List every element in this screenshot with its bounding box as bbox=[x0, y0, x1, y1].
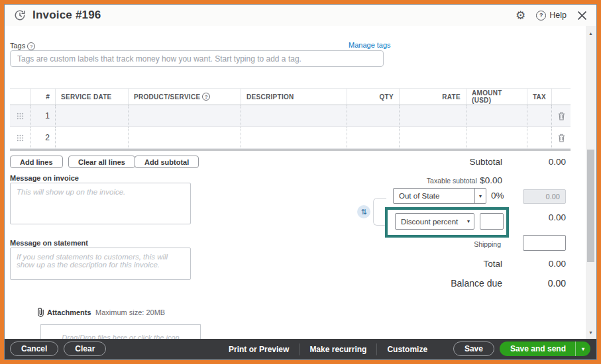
balance-due-value: 0.00 bbox=[513, 278, 566, 289]
service-date-cell[interactable] bbox=[56, 127, 129, 148]
save-and-send-button[interactable]: Save and send ▾ bbox=[500, 341, 590, 356]
add-lines-button[interactable]: Add lines bbox=[10, 156, 63, 168]
scroll-up-icon[interactable]: ▲ bbox=[586, 31, 596, 36]
message-invoice-textarea[interactable] bbox=[10, 183, 191, 224]
col-amount: AMOUNT (USD) bbox=[466, 89, 527, 105]
drag-handle-icon[interactable] bbox=[10, 105, 31, 126]
add-subtotal-button[interactable]: Add subtotal bbox=[135, 156, 199, 168]
gear-icon[interactable]: ⚙ bbox=[516, 9, 525, 23]
screenshot-frame: Invoice #196 ⚙ ? Help Tags? Manage tags … bbox=[0, 0, 601, 364]
trash-icon[interactable] bbox=[552, 127, 571, 148]
amount-cell[interactable] bbox=[466, 127, 527, 148]
help-icon: ? bbox=[536, 11, 546, 21]
trash-icon[interactable] bbox=[552, 105, 571, 126]
subtotal-value: 0.00 bbox=[513, 157, 566, 167]
tax-cell[interactable] bbox=[527, 105, 552, 126]
col-qty: QTY bbox=[347, 89, 400, 105]
product-service-cell[interactable] bbox=[129, 127, 241, 148]
chevron-down-icon: ▾ bbox=[463, 218, 474, 224]
save-button[interactable]: Save bbox=[453, 341, 494, 356]
history-icon[interactable] bbox=[14, 9, 26, 21]
customize-link[interactable]: Customize bbox=[387, 345, 427, 354]
scrollbar-thumb[interactable] bbox=[587, 150, 594, 262]
shipping-input[interactable] bbox=[523, 235, 566, 251]
tax-rate-select[interactable]: Out of State ▾ bbox=[393, 188, 486, 204]
col-description: DESCRIPTION bbox=[241, 89, 347, 105]
scroll-down-icon[interactable]: ▼ bbox=[586, 330, 596, 335]
footer-divider bbox=[376, 343, 377, 355]
message-invoice-label: Message on invoice bbox=[10, 174, 79, 182]
make-recurring-link[interactable]: Make recurring bbox=[309, 345, 366, 354]
balance-due-label: Balance due bbox=[376, 278, 502, 289]
save-and-send-dropdown-icon[interactable]: ▾ bbox=[575, 341, 590, 356]
footer-divider bbox=[299, 343, 300, 355]
message-statement-textarea[interactable] bbox=[10, 248, 191, 280]
chevron-down-icon: ▾ bbox=[475, 193, 486, 199]
row-number: 1 bbox=[31, 105, 56, 126]
swap-connector bbox=[373, 198, 386, 226]
message-statement-label: Message on statement bbox=[10, 239, 88, 247]
col-tax: TAX bbox=[527, 89, 552, 105]
service-date-cell[interactable] bbox=[56, 105, 129, 126]
total-value: 0.00 bbox=[513, 259, 566, 269]
print-preview-link[interactable]: Print or Preview bbox=[229, 345, 289, 354]
drag-handle-icon[interactable] bbox=[10, 127, 31, 148]
rate-cell[interactable] bbox=[400, 105, 466, 126]
swap-order-icon[interactable]: ⇅ bbox=[357, 205, 370, 218]
tax-rate-select-value: Out of State bbox=[394, 192, 474, 200]
total-label: Total bbox=[376, 259, 502, 269]
attachments-max-size: Maximum size: 20MB bbox=[95, 308, 165, 316]
manage-tags-link[interactable]: Manage tags bbox=[349, 41, 391, 49]
tax-rate-percent: 0% bbox=[491, 191, 504, 201]
clear-all-lines-button[interactable]: Clear all lines bbox=[68, 156, 135, 168]
attachments-label: Attachments bbox=[47, 308, 91, 316]
taxable-subtotal-label: Taxable subtotal bbox=[427, 177, 477, 185]
amount-cell[interactable] bbox=[466, 105, 527, 126]
save-and-send-label[interactable]: Save and send bbox=[500, 341, 575, 356]
vertical-scrollbar[interactable]: ▲ ▼ bbox=[586, 26, 596, 339]
product-service-help-icon[interactable]: ? bbox=[202, 93, 210, 101]
discount-value-input[interactable] bbox=[480, 213, 504, 230]
shipping-label: Shipping bbox=[402, 240, 501, 248]
table-header-row: # SERVICE DATE PRODUCT/SERVICE ? DESCRIP… bbox=[10, 88, 571, 105]
clear-button[interactable]: Clear bbox=[64, 341, 106, 356]
footer-bar: Cancel Clear Print or Preview Make recur… bbox=[5, 339, 596, 359]
row-number: 2 bbox=[31, 127, 56, 148]
table-row[interactable]: 1 bbox=[10, 105, 571, 127]
paperclip-icon bbox=[36, 307, 45, 317]
help-label: Help bbox=[549, 11, 567, 20]
subtotal-label: Subtotal bbox=[376, 157, 502, 167]
col-num: # bbox=[31, 89, 56, 105]
window-header: Invoice #196 ⚙ ? Help bbox=[5, 5, 596, 26]
taxable-subtotal: Taxable subtotal $0.00 bbox=[336, 174, 502, 186]
tags-help-icon[interactable]: ? bbox=[27, 42, 35, 50]
close-icon[interactable] bbox=[577, 11, 587, 21]
page-title: Invoice #196 bbox=[32, 9, 101, 22]
tags-input[interactable] bbox=[10, 50, 384, 67]
col-product-service: PRODUCT/SERVICE ? bbox=[129, 89, 241, 105]
table-bottom-border bbox=[10, 149, 571, 151]
tax-amount-input bbox=[523, 189, 566, 204]
help-button[interactable]: ? Help bbox=[536, 11, 567, 21]
product-service-cell[interactable] bbox=[129, 105, 241, 126]
col-rate: RATE bbox=[400, 89, 466, 105]
discount-type-select[interactable]: Discount percent ▾ bbox=[395, 213, 474, 230]
rate-cell[interactable] bbox=[400, 127, 466, 148]
tax-cell[interactable] bbox=[527, 127, 552, 148]
tags-label: Tags? bbox=[10, 42, 35, 50]
taxable-subtotal-value: $0.00 bbox=[480, 175, 502, 185]
qty-cell[interactable] bbox=[347, 127, 400, 148]
description-cell[interactable] bbox=[241, 127, 347, 148]
col-drag bbox=[10, 89, 31, 105]
discount-type-select-value: Discount percent bbox=[396, 218, 463, 226]
discount-amount-value: 0.00 bbox=[513, 212, 566, 222]
qty-cell[interactable] bbox=[347, 105, 400, 126]
table-row[interactable]: 2 bbox=[10, 127, 571, 149]
cancel-button[interactable]: Cancel bbox=[10, 341, 58, 356]
col-service-date: SERVICE DATE bbox=[56, 89, 129, 105]
invoice-window: Invoice #196 ⚙ ? Help Tags? Manage tags … bbox=[4, 4, 597, 360]
description-cell[interactable] bbox=[241, 105, 347, 126]
